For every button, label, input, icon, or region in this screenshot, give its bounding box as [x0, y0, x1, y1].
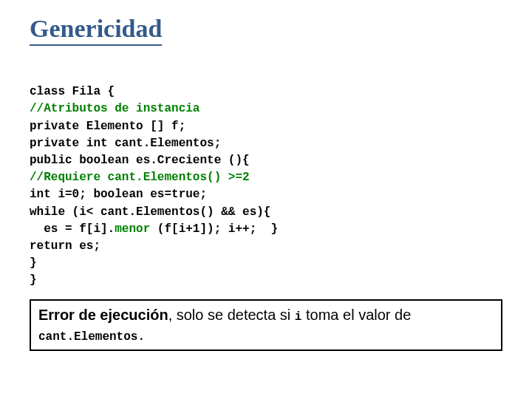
- note-text: Error de ejecución, solo se detecta si i…: [38, 305, 494, 345]
- note-box: Error de ejecución, solo se detecta si i…: [30, 299, 502, 351]
- code-frag: es = f[i].: [30, 222, 115, 236]
- note-frag: , solo se detecta si: [168, 307, 295, 323]
- code-line: private int cant.Elementos;: [30, 137, 221, 150]
- code-highlight: menor: [115, 222, 150, 236]
- code-comment: //Requiere cant.Elementos() >=2: [30, 171, 250, 184]
- code-frag: (f[i+1]); i++; }: [150, 222, 278, 236]
- note-bold: Error de ejecución: [38, 307, 168, 323]
- note-mono: i: [295, 310, 302, 324]
- code-line: es = f[i].menor (f[i+1]); i++; }: [30, 222, 278, 236]
- code-line: class Fila {: [30, 85, 115, 98]
- code-line: int i=0; boolean es=true;: [30, 188, 207, 201]
- code-line: }: [30, 273, 37, 287]
- code-comment: //Atributos de instancia: [30, 102, 200, 115]
- code-line: }: [30, 256, 37, 270]
- code-line: public boolean es.Creciente (){: [30, 154, 250, 167]
- code-line: return es;: [30, 239, 100, 253]
- note-frag: toma el valor de: [301, 307, 411, 323]
- slide-title: Genericidad: [30, 15, 162, 46]
- code-block: class Fila { //Atributos de instancia pr…: [30, 66, 502, 289]
- note-mono: cant.Elementos.: [38, 330, 145, 344]
- slide-container: Genericidad class Fila { //Atributos de …: [0, 0, 532, 366]
- code-line: while (i< cant.Elementos() && es){: [30, 205, 270, 219]
- code-line: private Elemento [] f;: [30, 120, 185, 133]
